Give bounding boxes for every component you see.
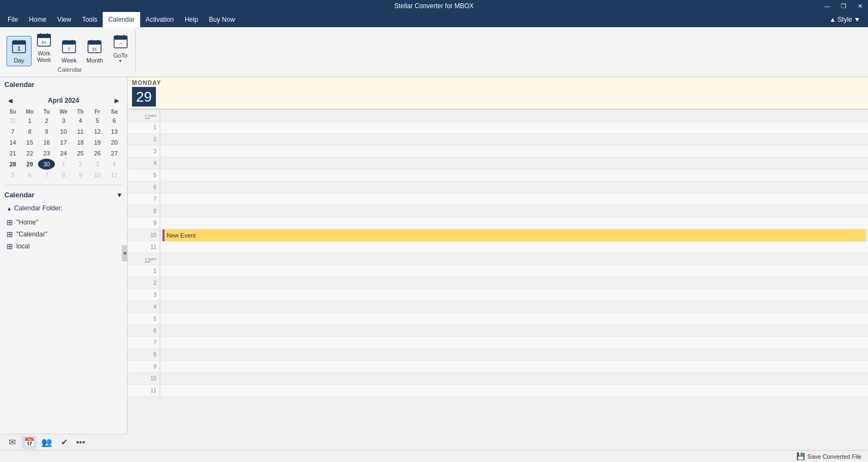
calendar-item-home[interactable]: ⊞ "Home": [0, 216, 127, 228]
mini-cal-day[interactable]: 9: [72, 170, 89, 180]
time-content[interactable]: [160, 241, 868, 253]
mini-cal-day[interactable]: 23: [38, 148, 55, 159]
time-row[interactable]: 12pm: [128, 253, 868, 265]
mini-cal-day[interactable]: 5: [89, 115, 106, 126]
mini-cal-day[interactable]: 11: [106, 170, 123, 180]
mini-cal-day[interactable]: 8: [21, 126, 38, 137]
mini-cal-day[interactable]: 7: [4, 126, 21, 137]
mini-cal-day[interactable]: 19: [89, 137, 106, 148]
time-content[interactable]: [160, 301, 868, 313]
mini-cal-day[interactable]: 8: [55, 170, 72, 180]
time-content[interactable]: [160, 373, 868, 384]
time-row[interactable]: 5: [128, 170, 868, 182]
time-row[interactable]: 1: [128, 122, 868, 134]
mini-cal-day[interactable]: 6: [21, 170, 38, 180]
mini-cal-day[interactable]: 1: [55, 159, 72, 170]
mini-cal-day[interactable]: 13: [106, 126, 123, 137]
mini-cal-day[interactable]: 14: [4, 137, 21, 148]
time-content[interactable]: [160, 337, 868, 348]
time-row[interactable]: 8: [128, 349, 868, 361]
mini-cal-day[interactable]: 15: [21, 137, 38, 148]
mini-cal-day[interactable]: 5: [4, 170, 21, 180]
time-row[interactable]: 1: [128, 265, 868, 277]
mini-cal-day[interactable]: 21: [4, 148, 21, 159]
time-row[interactable]: 10: [128, 373, 868, 385]
menu-help[interactable]: Help: [179, 12, 204, 27]
time-row[interactable]: 2: [128, 134, 868, 146]
mini-cal-day[interactable]: 31: [4, 115, 21, 126]
time-row[interactable]: 3: [128, 146, 868, 158]
time-content[interactable]: [160, 217, 868, 229]
mini-cal-day[interactable]: 22: [21, 148, 38, 159]
save-converted-file-btn[interactable]: 💾 Save Converted File: [796, 452, 861, 460]
mini-cal-day[interactable]: 27: [106, 148, 123, 159]
time-row[interactable]: 11: [128, 241, 868, 253]
time-content[interactable]: [160, 349, 868, 360]
style-button[interactable]: ▲ Style ▼: [829, 16, 866, 23]
time-row[interactable]: 10New Event: [128, 229, 868, 241]
ribbon-btn-work-week[interactable]: 5+ WorkWeek: [32, 29, 56, 66]
mini-cal-day[interactable]: 10: [55, 126, 72, 137]
mini-cal-day[interactable]: 17: [55, 137, 72, 148]
mini-cal-day[interactable]: 12: [89, 126, 106, 137]
close-button[interactable]: ✕: [852, 0, 868, 12]
time-content[interactable]: [160, 289, 868, 301]
menu-view[interactable]: View: [52, 12, 77, 27]
time-row[interactable]: 3: [128, 289, 868, 301]
time-row[interactable]: 9: [128, 217, 868, 229]
menu-calendar[interactable]: Calendar: [103, 12, 140, 27]
calendar-item-local[interactable]: ⊞ local: [0, 240, 127, 252]
mini-cal-day[interactable]: 11: [72, 126, 89, 137]
calendar-item-calendar[interactable]: ⊞ "Calendar": [0, 228, 127, 240]
sidebar-collapse-handle[interactable]: ◀: [122, 245, 127, 261]
mini-cal-day[interactable]: 29: [21, 159, 38, 170]
time-content[interactable]: [160, 265, 868, 277]
time-row[interactable]: 2: [128, 277, 868, 289]
mini-cal-day[interactable]: 30: [38, 159, 55, 170]
mini-cal-day[interactable]: 10: [89, 170, 106, 180]
mini-cal-day[interactable]: 2: [72, 159, 89, 170]
time-row[interactable]: 5: [128, 313, 868, 325]
mini-cal-prev[interactable]: ◄: [4, 96, 16, 105]
mini-cal-day[interactable]: 25: [72, 148, 89, 159]
ribbon-btn-day[interactable]: 1 Day: [7, 36, 32, 66]
time-content[interactable]: [160, 110, 868, 121]
time-content[interactable]: New Event: [160, 229, 868, 241]
time-row[interactable]: 4: [128, 158, 868, 170]
restore-button[interactable]: ❐: [835, 0, 852, 12]
ribbon-btn-week[interactable]: 7 Week: [56, 36, 81, 66]
time-row[interactable]: 6: [128, 325, 868, 337]
mini-cal-day[interactable]: 4: [72, 115, 89, 126]
time-content[interactable]: [160, 182, 868, 193]
time-content[interactable]: [160, 313, 868, 324]
time-content[interactable]: [160, 385, 868, 396]
mini-cal-day[interactable]: 9: [38, 126, 55, 137]
mini-cal-next[interactable]: ►: [111, 96, 123, 105]
mini-cal-day[interactable]: 18: [72, 137, 89, 148]
bottom-nav-calendar[interactable]: 📅: [22, 436, 37, 449]
time-row[interactable]: 6: [128, 182, 868, 193]
mini-cal-day[interactable]: 20: [106, 137, 123, 148]
time-content[interactable]: [160, 361, 868, 372]
time-row[interactable]: 7: [128, 337, 868, 349]
time-content[interactable]: [160, 146, 868, 157]
menu-tools[interactable]: Tools: [77, 12, 103, 27]
time-content[interactable]: [160, 325, 868, 336]
ribbon-btn-goto[interactable]: → GoTo ▼: [108, 31, 133, 66]
mini-cal-day[interactable]: 24: [55, 148, 72, 159]
time-row[interactable]: 7: [128, 193, 868, 205]
mini-cal-day[interactable]: 3: [89, 159, 106, 170]
mini-cal-day[interactable]: 26: [89, 148, 106, 159]
mini-cal-day[interactable]: 16: [38, 137, 55, 148]
ribbon-btn-month[interactable]: 31 Month: [81, 36, 108, 66]
minimize-button[interactable]: —: [819, 0, 835, 12]
mini-cal-day[interactable]: 4: [106, 159, 123, 170]
mini-cal-day[interactable]: 6: [106, 115, 123, 126]
time-row[interactable]: 9: [128, 361, 868, 373]
mini-cal-day[interactable]: 7: [38, 170, 55, 180]
time-content[interactable]: [160, 253, 868, 265]
sidebar-collapse-icon[interactable]: ▼: [116, 191, 123, 199]
mini-cal-day[interactable]: 3: [55, 115, 72, 126]
bottom-nav-mail[interactable]: ✉: [4, 436, 20, 449]
time-content[interactable]: [160, 277, 868, 289]
